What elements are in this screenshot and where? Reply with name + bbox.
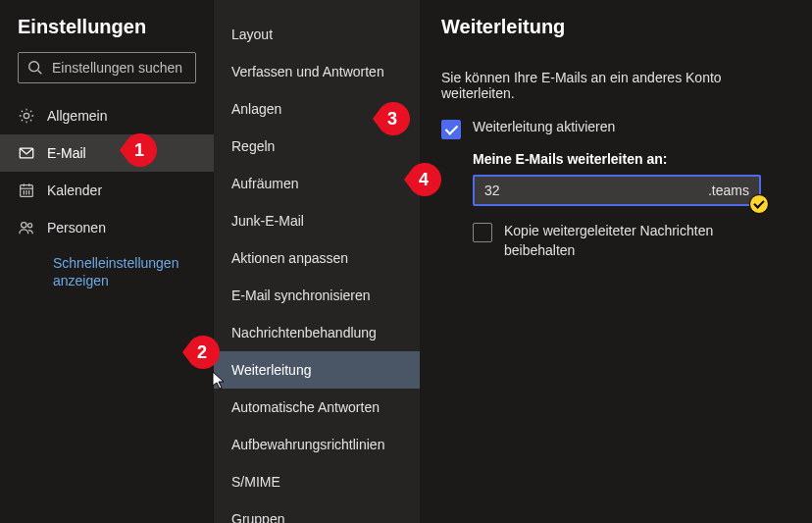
email-settings-submenu: Layout Verfassen und Antworten Anlagen R… [214, 0, 420, 523]
gear-icon [18, 107, 35, 125]
nav-label: Personen [47, 220, 106, 235]
svg-point-2 [24, 113, 28, 118]
nav-label: Kalender [47, 183, 102, 198]
keep-copy-checkbox[interactable] [473, 223, 492, 242]
sub-item-retention[interactable]: Aufbewahrungsrichtlinien [214, 426, 420, 463]
sub-item-compose[interactable]: Verfassen und Antworten [214, 53, 420, 90]
people-icon [18, 219, 35, 236]
panel-heading: Weiterleitung [441, 16, 790, 38]
nav-item-calendar[interactable]: Kalender [0, 172, 214, 209]
svg-point-12 [28, 224, 32, 228]
sub-item-customize-actions[interactable]: Aktionen anpassen [214, 239, 420, 277]
search-placeholder: Einstellungen suchen [52, 60, 182, 76]
quick-settings-link[interactable]: Schnelleinstellungen anzeigen [0, 246, 214, 297]
search-icon [26, 59, 44, 77]
nav-item-email[interactable]: E-Mail [0, 134, 214, 172]
nav-item-people[interactable]: Personen [0, 209, 214, 246]
enable-forwarding-label: Weiterleitung aktivieren [473, 119, 615, 134]
settings-search-input[interactable]: Einstellungen suchen [18, 52, 196, 83]
keep-copy-label: Kopie weitergeleiteter Nachrichten beibe… [504, 222, 730, 260]
sub-item-automatic-replies[interactable]: Automatische Antworten [214, 389, 420, 426]
settings-title: Einstellungen [0, 16, 214, 52]
sub-item-rules[interactable]: Regeln [214, 128, 420, 165]
sub-item-junk[interactable]: Junk-E-Mail [214, 202, 420, 239]
forwarding-panel: Weiterleitung Sie können Ihre E-Mails an… [420, 0, 812, 523]
sub-item-smime[interactable]: S/MIME [214, 463, 420, 500]
sub-item-sweep[interactable]: Aufräumen [214, 165, 420, 202]
forward-to-label: Meine E-Mails weiterleiten an: [473, 151, 790, 167]
sub-item-forwarding[interactable]: Weiterleitung [214, 351, 420, 389]
panel-description: Sie können Ihre E-Mails an ein anderes K… [441, 70, 790, 101]
sub-item-attachments[interactable]: Anlagen [214, 90, 420, 128]
nav-label: E-Mail [47, 145, 86, 161]
svg-point-0 [29, 62, 39, 72]
svg-line-1 [38, 71, 42, 75]
mail-icon [18, 144, 35, 162]
calendar-icon [18, 182, 35, 199]
sub-item-sync[interactable]: E-Mail synchronisieren [214, 277, 420, 314]
forward-value-prefix: 32 [484, 183, 500, 198]
sub-item-message-handling[interactable]: Nachrichtenbehandlung [214, 314, 420, 351]
settings-sidebar: Einstellungen Einstellungen suchen Allge… [0, 0, 214, 523]
svg-point-11 [22, 223, 26, 228]
sub-item-layout[interactable]: Layout [214, 16, 420, 53]
enable-forwarding-checkbox[interactable] [441, 120, 461, 139]
validation-ok-icon [749, 194, 769, 214]
forward-value-redacted [500, 182, 708, 199]
nav-item-general[interactable]: Allgemein [0, 97, 214, 134]
nav-label: Allgemein [47, 108, 107, 124]
forward-value-suffix: .teams [708, 183, 749, 198]
sub-item-groups[interactable]: Gruppen [214, 500, 420, 523]
forward-to-input[interactable]: 32 .teams [473, 175, 761, 206]
